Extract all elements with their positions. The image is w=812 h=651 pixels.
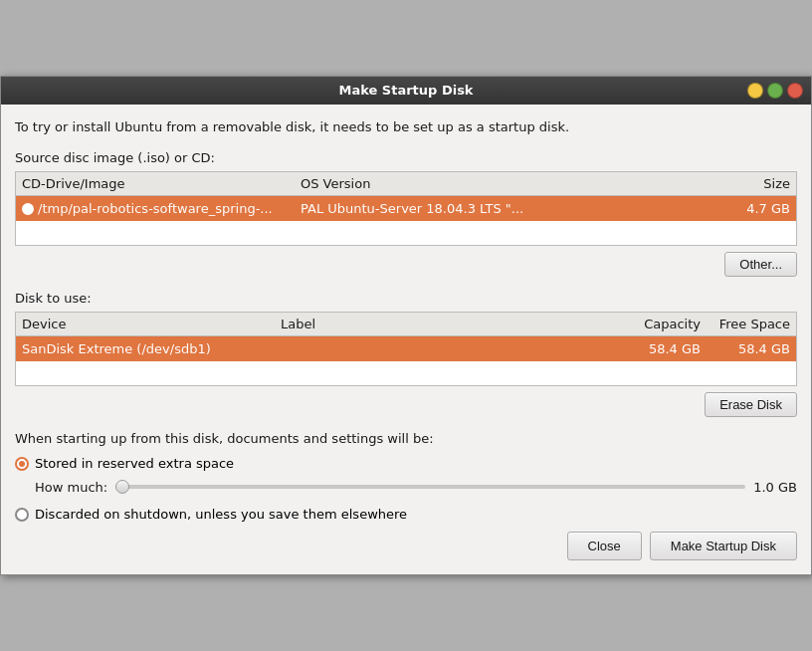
make-startup-disk-button[interactable]: Make Startup Disk: [650, 532, 797, 560]
source-button-row: Other...: [15, 252, 797, 277]
source-table: CD-Drive/Image OS Version Size /tmp/pal-…: [15, 171, 797, 246]
disk-section-label: Disk to use:: [15, 291, 797, 306]
source-table-empty-row: [16, 221, 796, 245]
col-header-os: OS Version: [301, 176, 720, 191]
discarded-label: Discarded on shutdown, unless you save t…: [35, 507, 407, 522]
close-window-button[interactable]: [787, 83, 803, 99]
col-header-device: Device: [22, 317, 281, 331]
minimize-button[interactable]: [747, 83, 763, 99]
stored-option[interactable]: Stored in reserved extra space: [15, 456, 797, 471]
maximize-button[interactable]: [767, 83, 783, 99]
window-controls: [747, 83, 803, 99]
main-window: Make Startup Disk To try or install Ubun…: [0, 76, 812, 575]
source-drive-cell: /tmp/pal-robotics-software_spring-...: [22, 201, 301, 216]
bottom-buttons: Close Make Startup Disk: [15, 532, 797, 560]
disk-table: Device Label Capacity Free Space SanDisk…: [15, 312, 797, 386]
col-header-freespace: Free Space: [701, 317, 790, 331]
col-header-size: Size: [720, 176, 790, 191]
source-table-header: CD-Drive/Image OS Version Size: [16, 172, 796, 196]
source-section-label: Source disc image (.iso) or CD:: [15, 150, 797, 165]
how-much-row: How much: 1.0 GB: [35, 477, 797, 497]
disk-table-row[interactable]: SanDisk Extreme (/dev/sdb1) 58.4 GB 58.4…: [16, 336, 796, 361]
col-header-drive: CD-Drive/Image: [22, 176, 301, 191]
disk-table-empty-row: [16, 361, 796, 385]
col-header-capacity: Capacity: [611, 317, 701, 331]
other-button[interactable]: Other...: [724, 252, 797, 277]
stored-radio[interactable]: [15, 457, 29, 471]
discarded-option[interactable]: Discarded on shutdown, unless you save t…: [15, 507, 797, 522]
erase-disk-button[interactable]: Erase Disk: [705, 392, 797, 417]
discarded-radio[interactable]: [15, 508, 29, 522]
disk-capacity-cell: 58.4 GB: [611, 341, 701, 356]
titlebar: Make Startup Disk: [1, 77, 811, 105]
source-table-row[interactable]: /tmp/pal-robotics-software_spring-... PA…: [16, 196, 796, 221]
disk-device-cell: SanDisk Extreme (/dev/sdb1): [22, 341, 281, 356]
disk-button-row: Erase Disk: [15, 392, 797, 417]
slider-thumb[interactable]: [115, 480, 129, 494]
stored-label: Stored in reserved extra space: [35, 456, 234, 471]
startup-section-label: When starting up from this disk, documen…: [15, 431, 797, 446]
how-much-label: How much:: [35, 480, 107, 495]
source-os-cell: PAL Ubuntu-Server 18.04.3 LTS "...: [301, 201, 720, 216]
source-drive-value: /tmp/pal-robotics-software_spring-...: [38, 201, 273, 216]
slider-value: 1.0 GB: [753, 480, 797, 495]
disk-freespace-cell: 58.4 GB: [701, 341, 790, 356]
source-radio-dot: [22, 203, 34, 215]
intro-text: To try or install Ubuntu from a removabl…: [15, 118, 797, 136]
col-header-label: Label: [281, 317, 611, 331]
source-size-cell: 4.7 GB: [720, 201, 790, 216]
close-button[interactable]: Close: [567, 532, 642, 560]
slider-container: [115, 477, 745, 497]
slider-track: [115, 485, 745, 489]
disk-table-header: Device Label Capacity Free Space: [16, 313, 796, 336]
window-title: Make Startup Disk: [338, 83, 473, 98]
